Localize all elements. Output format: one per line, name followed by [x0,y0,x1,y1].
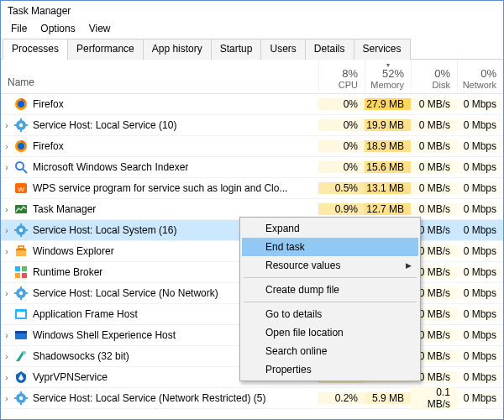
tab-startup[interactable]: Startup [211,39,262,60]
cell-network: 0 Mbps [457,287,503,299]
gear-icon [14,286,28,300]
svg-rect-41 [20,391,22,394]
tab-performance[interactable]: Performance [67,39,144,60]
process-name-cell[interactable]: Task Manager [13,202,318,216]
expand-chevron-icon[interactable]: › [1,205,13,214]
expand-chevron-icon[interactable]: › [1,394,13,403]
process-name: Firefox [33,140,64,152]
process-row[interactable]: Firefox0%27.9 MB0 MB/s0 Mbps [1,94,503,115]
tab-users[interactable]: Users [260,39,305,60]
process-name: Windows Shell Experience Host [33,329,176,341]
process-name: Windows Explorer [33,245,114,257]
svg-point-38 [23,351,26,354]
tab-details[interactable]: Details [305,39,354,60]
svg-rect-43 [14,397,17,399]
menu-options[interactable]: Options [34,21,81,38]
svg-rect-4 [20,118,22,121]
context-menu[interactable]: ExpandEnd taskResource valuesCreate dump… [239,217,421,381]
svg-rect-35 [17,312,25,318]
cell-network: 0 Mbps [457,98,503,110]
column-memory[interactable]: ▾ 52% Memory [365,60,411,93]
cpu-label: CPU [339,80,358,90]
cell-network: 0 Mbps [457,350,503,362]
expand-chevron-icon[interactable]: › [1,373,13,382]
svg-point-9 [18,143,24,150]
menu-item-go-to-details[interactable]: Go to details [242,305,418,323]
process-row[interactable]: ›Service Host: Local Service (10)0%19.9 … [1,115,503,136]
expand-chevron-icon[interactable]: › [1,247,13,256]
expand-chevron-icon[interactable]: › [1,352,13,361]
menu-item-create-dump-file[interactable]: Create dump file [242,281,418,299]
column-cpu[interactable]: 8% CPU [318,60,365,93]
tab-services[interactable]: Services [354,39,411,60]
menu-file[interactable]: File [4,21,34,38]
column-name[interactable]: Name [1,60,318,93]
svg-rect-31 [20,297,22,300]
process-row[interactable]: ›Service Host: Local Service (Network Re… [1,388,503,409]
menu-item-properties[interactable]: Properties [242,360,418,379]
svg-rect-18 [20,234,22,237]
expand-chevron-icon[interactable]: › [1,331,13,340]
process-name: Service Host: Local Service (Network Res… [33,392,265,404]
cell-memory: 15.6 MB [365,161,411,173]
cell-cpu: 0.5% [318,182,365,194]
taskmgr-icon [14,202,28,216]
svg-rect-23 [18,246,24,249]
expand-chevron-icon[interactable]: › [1,121,13,130]
expand-chevron-icon[interactable]: › [1,142,13,151]
process-row[interactable]: WWPS service program for service such as… [1,178,503,199]
process-name-cell[interactable]: Firefox [13,97,318,111]
svg-text:W: W [18,186,24,193]
menu-item-end-task[interactable]: End task [242,238,418,256]
cell-memory: 18.9 MB [365,140,411,152]
cell-cpu: 0% [318,98,365,110]
process-name-cell[interactable]: Microsoft Windows Search Indexer [13,160,318,174]
column-network[interactable]: 0% Network [457,60,503,93]
svg-rect-24 [15,266,20,271]
net-pct: 0% [480,67,496,80]
cell-cpu: 0.2% [318,392,365,404]
menu-item-search-online[interactable]: Search online [242,342,418,360]
expand-chevron-icon[interactable]: › [1,289,13,298]
svg-rect-44 [25,397,28,399]
net-label: Network [463,80,496,90]
process-list[interactable]: Firefox0%27.9 MB0 MB/s0 Mbps›Service Hos… [1,94,503,419]
cell-network: 0 Mbps [457,203,503,215]
process-name-cell[interactable]: Firefox [13,139,318,153]
firefox-icon [14,139,28,153]
svg-point-1 [18,101,24,108]
cell-disk: 0 MB/s [411,161,457,173]
cell-network: 0 Mbps [457,182,503,194]
svg-rect-37 [15,331,27,333]
cell-network: 0 Mbps [457,371,503,383]
svg-point-16 [19,228,23,232]
process-row[interactable]: ›Microsoft Windows Search Indexer0%15.6 … [1,157,503,178]
expand-chevron-icon[interactable]: › [1,163,13,172]
tab-app-history[interactable]: App history [143,39,212,60]
menu-item-expand[interactable]: Expand [242,219,418,238]
cell-disk: 0 MB/s [411,182,457,194]
disk-label: Disk [433,80,450,90]
cell-network: 0 Mbps [457,224,503,236]
store-icon [14,244,28,258]
process-name: Firefox [33,98,64,110]
process-name: Runtime Broker [33,266,102,278]
cell-disk: 0 MB/s [411,140,457,152]
cell-disk: 0 MB/s [411,98,457,110]
menu-separator [244,302,417,302]
svg-rect-33 [25,292,28,294]
column-disk[interactable]: 0% Disk [411,60,457,93]
tab-processes[interactable]: Processes [3,39,68,60]
process-name-cell[interactable]: Service Host: Local Service (Network Res… [13,391,318,405]
process-name-cell[interactable]: Service Host: Local Service (10) [13,118,318,132]
menu-item-open-file-location[interactable]: Open file location [242,323,418,342]
cell-disk: 0 MB/s [411,119,457,131]
mem-label: Memory [370,80,404,90]
menu-item-resource-values[interactable]: Resource values [242,256,418,275]
cell-network: 0 Mbps [457,161,503,173]
menu-view[interactable]: View [82,21,118,38]
process-name-cell[interactable]: WWPS service program for service such as… [13,181,318,195]
process-row[interactable]: ›Firefox0%18.9 MB0 MB/s0 Mbps [1,136,503,157]
expand-chevron-icon[interactable]: › [1,226,13,235]
gear-icon [14,118,28,132]
